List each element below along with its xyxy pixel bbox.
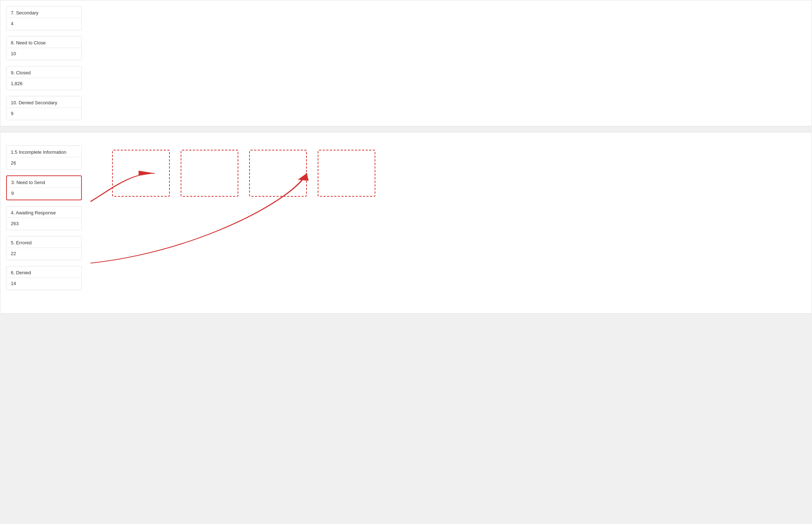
card-need-to-send[interactable]: 3. Need to Send 9 xyxy=(6,175,82,200)
card-awaiting-title: 4. Awaiting Response xyxy=(6,206,81,218)
bottom-section: 1.5 Incomplete Information 26 3. Need to… xyxy=(0,132,812,314)
top-cards: 7. Secondary 4 8. Need to Close 10 9. Cl… xyxy=(0,0,91,126)
bottom-content: 1.5 Incomplete Information 26 3. Need to… xyxy=(0,137,812,299)
card-errored[interactable]: 5. Errored 22 xyxy=(6,236,82,260)
card-incomplete-value: 26 xyxy=(6,157,81,169)
card-need-to-send-value: 9 xyxy=(7,188,81,200)
card-denied-title: 6. Denied xyxy=(6,266,81,278)
dbox-1 xyxy=(112,150,170,197)
dbox-4 xyxy=(318,150,375,197)
card-secondary[interactable]: 7. Secondary 4 xyxy=(6,6,82,30)
card-incomplete[interactable]: 1.5 Incomplete Information 26 xyxy=(6,145,82,170)
card-need-to-send-title: 3. Need to Send xyxy=(7,176,81,188)
card-denied-value: 14 xyxy=(6,278,81,290)
section-label xyxy=(0,132,812,137)
card-closed[interactable]: 9. Closed 1,826 xyxy=(6,66,82,90)
card-errored-title: 5. Errored xyxy=(6,236,81,248)
card-awaiting-value: 263 xyxy=(6,218,81,230)
card-closed-title: 9. Closed xyxy=(6,66,81,78)
dbox-2 xyxy=(181,150,238,197)
card-denied-secondary[interactable]: 10. Denied Secondary 9 xyxy=(6,96,82,120)
card-denied[interactable]: 6. Denied 14 xyxy=(6,266,82,290)
card-secondary-title: 7. Secondary xyxy=(6,6,81,18)
card-need-to-close-title: 8. Need to Close xyxy=(6,36,81,48)
card-incomplete-title: 1.5 Incomplete Information xyxy=(6,146,81,157)
dashed-area xyxy=(91,143,812,287)
top-section: 7. Secondary 4 8. Need to Close 10 9. Cl… xyxy=(0,0,812,126)
bottom-cards: 1.5 Incomplete Information 26 3. Need to… xyxy=(0,143,91,293)
dbox-3 xyxy=(249,150,307,197)
card-need-to-close-value: 10 xyxy=(6,48,81,60)
card-denied-secondary-title: 10. Denied Secondary xyxy=(6,96,81,108)
card-closed-value: 1,826 xyxy=(6,78,81,90)
card-need-to-close[interactable]: 8. Need to Close 10 xyxy=(6,36,82,60)
card-secondary-value: 4 xyxy=(6,18,81,30)
page-wrapper: 7. Secondary 4 8. Need to Close 10 9. Cl… xyxy=(0,0,812,524)
card-awaiting[interactable]: 4. Awaiting Response 263 xyxy=(6,206,82,230)
card-errored-value: 22 xyxy=(6,248,81,260)
card-denied-secondary-value: 9 xyxy=(6,108,81,120)
